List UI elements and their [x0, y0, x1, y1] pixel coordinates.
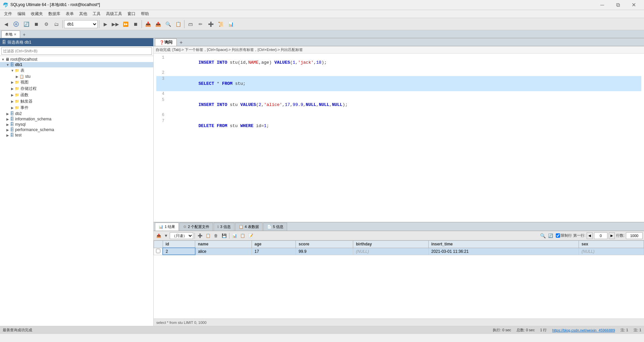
- result-tab-tabledata[interactable]: 📋 4 表数据: [235, 223, 263, 231]
- tb-stop2-button[interactable]: ⏹: [131, 19, 140, 29]
- restore-button[interactable]: ⧉: [610, 0, 626, 10]
- conn-tab-close[interactable]: ✕: [14, 33, 16, 36]
- cell-age[interactable]: 17: [252, 248, 296, 255]
- data-table-container[interactable]: id name age score birthday insert_time s…: [154, 240, 644, 319]
- first-row-input[interactable]: [594, 232, 607, 239]
- add-query-tab-button[interactable]: +: [177, 39, 185, 46]
- tb-settings-button[interactable]: ⚙: [42, 19, 51, 29]
- tb-table-button[interactable]: 🗃: [186, 19, 195, 29]
- tree-node-procs[interactable]: ▶ 📁 存储过程: [0, 86, 153, 92]
- tree-toggle-funcs[interactable]: ▶: [10, 93, 15, 97]
- tree-node-events[interactable]: ▶ 📁 事件: [0, 105, 153, 111]
- tree-toggle-perfschema[interactable]: ▶: [5, 128, 10, 132]
- col-score[interactable]: score: [296, 241, 353, 248]
- col-name[interactable]: name: [195, 241, 252, 248]
- result-tab-msginfo[interactable]: 📄 5 信息: [263, 223, 287, 231]
- row-count-input[interactable]: [626, 232, 643, 239]
- cell-insert-time[interactable]: 2021-03-01 11:36:21: [428, 248, 579, 255]
- limit-checkbox[interactable]: [556, 233, 560, 238]
- tree-node-db1[interactable]: ▼ 🗄 db1: [0, 62, 153, 67]
- menu-edit[interactable]: 编辑: [15, 10, 28, 17]
- tree-toggle-root[interactable]: ▼: [1, 58, 5, 61]
- res-view-btn1[interactable]: 📊: [231, 232, 238, 239]
- res-add-row-button[interactable]: ➕: [196, 232, 204, 239]
- sql-editor[interactable]: 1 INSERT INTO stu(id,NAME,age) VALUES(1,…: [154, 54, 644, 222]
- tree-toggle-events[interactable]: ▶: [10, 106, 15, 110]
- menu-table[interactable]: 表单: [63, 10, 76, 17]
- tree-toggle-views[interactable]: ▶: [10, 80, 15, 84]
- menu-advanced[interactable]: 高级工具: [103, 10, 125, 17]
- tree-toggle-tables[interactable]: ▼: [10, 69, 15, 72]
- tree-toggle-test[interactable]: ▶: [5, 133, 10, 137]
- tree-toggle-db1[interactable]: ▼: [5, 63, 10, 67]
- tb-insert-button[interactable]: ➕: [206, 19, 215, 29]
- link-csdn[interactable]: https://blog.csdn.net/weixin_45966889: [552, 328, 615, 332]
- cell-name[interactable]: alice: [195, 248, 252, 255]
- tb-stop-button[interactable]: ⏹: [32, 19, 41, 29]
- tree-node-db2[interactable]: ▶ 🗄 db2: [0, 111, 153, 116]
- tree-node-funcs[interactable]: ▶ 📁 函数: [0, 92, 153, 98]
- col-insert-time[interactable]: insert_time: [428, 241, 579, 248]
- prev-page-button[interactable]: ◀: [587, 232, 593, 239]
- tb-back-button[interactable]: ◀: [1, 19, 11, 29]
- cell-sex[interactable]: (NULL): [579, 248, 644, 255]
- tb-exec-button[interactable]: ▶: [101, 19, 110, 29]
- menu-database[interactable]: 数据库: [46, 10, 63, 17]
- tb-import-button[interactable]: 📥: [143, 19, 153, 29]
- table-row[interactable]: 2 alice 17 99.9 (NULL) 2021-03-01 11:36:…: [154, 248, 644, 255]
- res-clone-row-button[interactable]: 📋: [204, 232, 212, 239]
- menu-help[interactable]: 帮助: [138, 10, 152, 17]
- tb-alter-button[interactable]: ✏: [196, 19, 205, 29]
- next-page-button[interactable]: ▶: [609, 232, 615, 239]
- col-id[interactable]: id: [163, 241, 195, 248]
- tree-node-root[interactable]: ▼ 🖥 root@localhost: [0, 57, 153, 62]
- minimize-button[interactable]: ─: [595, 0, 610, 10]
- tree-node-test[interactable]: ▶ 🗄 test: [0, 132, 153, 138]
- res-del-row-button[interactable]: 🗑: [212, 232, 220, 239]
- res-dropdown-button[interactable]: ▼: [163, 232, 169, 239]
- tb-schema-button[interactable]: 🗂: [52, 19, 61, 29]
- cell-id[interactable]: 2: [163, 248, 195, 255]
- menu-tools[interactable]: 工具: [90, 10, 103, 17]
- conn-tab-local[interactable]: 本地 ✕: [1, 31, 20, 38]
- filter-icon[interactable]: 🔍: [540, 233, 546, 238]
- tree-toggle-stu[interactable]: ▶: [15, 75, 19, 78]
- tree-node-infoschema[interactable]: ▶ 🗄 information_schema: [0, 116, 153, 122]
- tree-node-stu[interactable]: ▶ 📋 stu: [0, 74, 153, 79]
- db-selector[interactable]: db1 db2 information_schema mysql perform…: [64, 20, 98, 28]
- menu-file[interactable]: 文件: [1, 10, 15, 17]
- tb-new-conn-button[interactable]: [11, 19, 21, 29]
- menu-other[interactable]: 其他: [76, 10, 90, 17]
- filter-input[interactable]: [1, 47, 152, 55]
- res-view-btn2[interactable]: 📋: [239, 232, 246, 239]
- res-export-button[interactable]: 📤: [155, 232, 162, 239]
- col-birthday[interactable]: birthday: [353, 241, 428, 248]
- tree-toggle-mysql[interactable]: ▶: [5, 123, 10, 126]
- query-tab-main[interactable]: ❓ 询问: [155, 39, 177, 46]
- row-checkbox[interactable]: [156, 249, 160, 253]
- menu-window[interactable]: 窗口: [125, 10, 138, 17]
- tree-toggle-infoschema[interactable]: ▶: [5, 117, 10, 121]
- tb-export-button[interactable]: 📤: [153, 19, 163, 29]
- tree-node-views[interactable]: ▶ 📁 视图: [0, 79, 153, 86]
- tb-refresh-button[interactable]: 🔄: [21, 19, 31, 29]
- tree-toggle-db2[interactable]: ▶: [5, 112, 10, 116]
- cell-score[interactable]: 99.9: [296, 248, 353, 255]
- tb-exec-current-button[interactable]: ▶▶: [111, 19, 120, 29]
- tree-node-perfschema[interactable]: ▶ 🗄 performance_schema: [0, 127, 153, 132]
- tb-history-button[interactable]: 📜: [216, 19, 225, 29]
- res-refresh-button[interactable]: 🔄: [547, 232, 554, 239]
- res-save-button[interactable]: 💾: [220, 232, 228, 239]
- close-button[interactable]: ✕: [626, 0, 641, 10]
- add-conn-tab-button[interactable]: +: [21, 31, 28, 38]
- tb-exec-all-button[interactable]: ⏩: [121, 19, 130, 29]
- result-tab-config[interactable]: ⚙ 2 个配置文件: [179, 223, 213, 231]
- tree-toggle-procs[interactable]: ▶: [10, 87, 15, 91]
- tree-toggle-triggers[interactable]: ▶: [10, 100, 15, 103]
- result-tab-results[interactable]: 📊 1 结果: [155, 223, 179, 231]
- tree-node-tables[interactable]: ▼ 📁 表: [0, 67, 153, 74]
- res-view-btn3[interactable]: 📝: [247, 232, 254, 239]
- cell-birthday[interactable]: (NULL): [353, 248, 428, 255]
- tree-node-triggers[interactable]: ▶ 📁 触发器: [0, 98, 153, 105]
- tb-search-button[interactable]: 🔍: [163, 19, 173, 29]
